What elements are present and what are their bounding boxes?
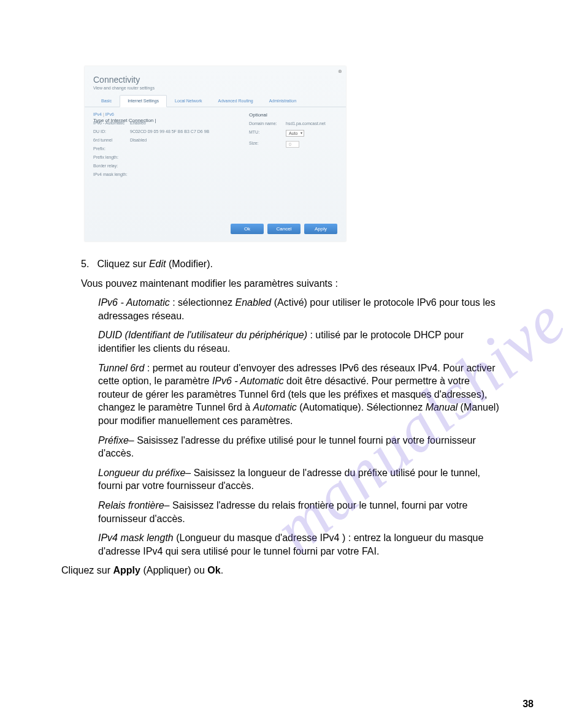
prefixlen-label: Prefix length: bbox=[93, 155, 130, 159]
param-ipv6-automatic: IPv6 - Automatic : sélectionnez Enabled … bbox=[98, 296, 503, 322]
tab-advanced-routing[interactable]: Advanced Routing bbox=[210, 95, 261, 107]
right-section-title: Optional bbox=[249, 112, 341, 118]
duid-value: 9C02CD 09 05 99 48 5F B6 B3 C7 D6 9B bbox=[130, 129, 209, 134]
cancel-button[interactable]: Cancel bbox=[267, 224, 301, 234]
param-longueur-prefixe: Longueur du préfixe– Saisissez la longue… bbox=[98, 466, 503, 493]
prefix-label: Prefix: bbox=[93, 146, 130, 151]
subtab-ipv6[interactable]: IPv6 bbox=[105, 112, 114, 116]
close-icon[interactable]: ⊗ bbox=[338, 69, 342, 74]
mtu-label: MTU: bbox=[249, 130, 286, 137]
page-number: 38 bbox=[523, 699, 534, 710]
6rd-label: 6rd tunnel bbox=[93, 138, 130, 142]
param-tunnel-6rd: Tunnel 6rd : permet au routeur d'envoyer… bbox=[98, 362, 503, 428]
size-label: Size: bbox=[249, 141, 286, 148]
border-relay-label: Border relay: bbox=[93, 164, 130, 168]
tab-administration[interactable]: Administration bbox=[261, 95, 304, 107]
duid-label: DU ID: bbox=[93, 129, 130, 134]
ipv6-auto-label: IPv6 - Automatic bbox=[93, 121, 130, 125]
subtab-ipv4[interactable]: IPv4 bbox=[93, 112, 102, 116]
domain-value: hsd1.pa.comcast.net bbox=[286, 121, 326, 126]
tab-internet-settings[interactable]: Internet Settings bbox=[120, 95, 167, 107]
panel-subtitle: View and change router settings bbox=[85, 86, 346, 95]
panel-title: Connectivity bbox=[85, 66, 346, 86]
ok-button[interactable]: Ok bbox=[231, 224, 264, 234]
tab-local-network[interactable]: Local Network bbox=[167, 95, 210, 107]
ipv6-auto-value: Enabled bbox=[130, 121, 146, 125]
tab-basic[interactable]: Basic bbox=[93, 95, 120, 107]
intro-line: Vous pouvez maintenant modifier les para… bbox=[81, 277, 503, 290]
param-ipv4-mask-length: IPv4 mask length (Longueur du masque d'a… bbox=[98, 531, 503, 558]
apply-button[interactable]: Apply bbox=[304, 224, 337, 234]
ipv4mask-label: IPv4 mask length: bbox=[93, 172, 130, 176]
step-5: 5. Cliquez sur Edit (Modifier). bbox=[81, 257, 503, 271]
panel-tabs: Basic Internet Settings Local Network Ad… bbox=[85, 95, 346, 107]
size-input[interactable]: 0 bbox=[286, 141, 299, 148]
param-relais-frontiere: Relais frontière– Saisissez l'adresse du… bbox=[98, 499, 503, 525]
document-body: 5. Cliquez sur Edit (Modifier). Vous pou… bbox=[61, 257, 503, 577]
domain-label: Domain name: bbox=[249, 121, 286, 126]
param-prefixe: Préfixe– Saisissez l'adresse du préfixe … bbox=[98, 434, 503, 460]
param-duid: DUID (Identifiant de l'utilisateur du pé… bbox=[98, 328, 503, 355]
mtu-select[interactable]: Auto bbox=[286, 130, 304, 137]
6rd-value: Disabled bbox=[130, 138, 147, 142]
router-panel: ⊗ Connectivity View and change router se… bbox=[85, 66, 346, 241]
final-line: Cliquez sur Apply (Appliquer) ou Ok. bbox=[61, 564, 503, 577]
